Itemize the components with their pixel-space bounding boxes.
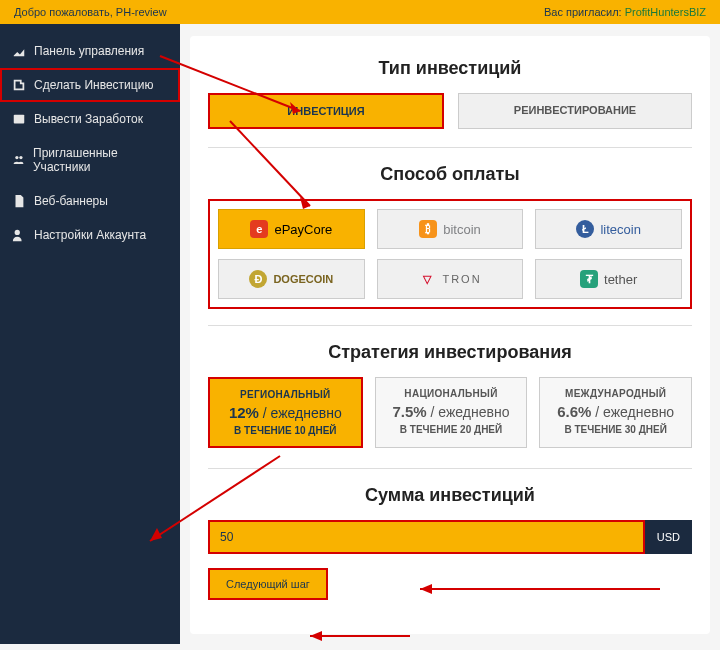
heading-pay-method: Способ оплаты	[208, 164, 692, 185]
tron-icon: ▽	[418, 270, 436, 288]
sidebar-item-referrals[interactable]: Приглашенные Участники	[0, 136, 180, 184]
amount-input[interactable]	[208, 520, 645, 554]
strategy-regional[interactable]: РЕГИОНАЛЬНЫЙ 12% / ежедневно В ТЕЧЕНИЕ 1…	[208, 377, 363, 448]
pay-dogecoin[interactable]: Ð DOGECOIN	[218, 259, 365, 299]
pay-epaycore[interactable]: e ePayCore	[218, 209, 365, 249]
sidebar: Панель управления Сделать Инвестицию Выв…	[0, 24, 180, 644]
sidebar-item-dashboard[interactable]: Панель управления	[0, 34, 180, 68]
heading-strategy: Стратегия инвестирования	[208, 342, 692, 363]
invited-by: Вас пригласил: ProfitHuntersBIZ	[544, 6, 706, 18]
chart-icon	[12, 44, 26, 58]
bitcoin-icon: ₿	[419, 220, 437, 238]
amount-row: USD	[208, 520, 692, 554]
topbar: Добро пожаловать, PH-review Вас пригласи…	[0, 0, 720, 24]
file-icon	[12, 194, 26, 208]
inviter-link[interactable]: ProfitHuntersBIZ	[625, 6, 706, 18]
tab-reinvest[interactable]: РЕИНВЕСТИРОВАНИЕ	[458, 93, 692, 129]
litecoin-icon: Ł	[576, 220, 594, 238]
invest-icon	[12, 78, 26, 92]
welcome-text: Добро пожаловать, PH-review	[14, 6, 167, 18]
tether-icon: ₮	[580, 270, 598, 288]
tab-invest[interactable]: ИНВЕСТИЦИЯ	[208, 93, 444, 129]
dogecoin-icon: Ð	[249, 270, 267, 288]
epaycore-icon: e	[250, 220, 268, 238]
svg-point-3	[15, 230, 20, 235]
svg-point-2	[19, 156, 22, 159]
next-step-button[interactable]: Следующий шаг	[208, 568, 328, 600]
wallet-icon	[12, 112, 26, 126]
annotation-arrow	[300, 626, 420, 646]
heading-amount: Сумма инвестиций	[208, 485, 692, 506]
sidebar-item-invest[interactable]: Сделать Инвестицию	[0, 68, 180, 102]
sidebar-item-banners[interactable]: Веб-баннеры	[0, 184, 180, 218]
users-icon	[12, 153, 25, 167]
divider	[208, 468, 692, 469]
main-panel: Тип инвестиций ИНВЕСТИЦИЯ РЕИНВЕСТИРОВАН…	[190, 36, 710, 634]
user-cog-icon	[12, 228, 26, 242]
pay-tether[interactable]: ₮ tether	[535, 259, 682, 299]
pay-bitcoin[interactable]: ₿ bitcoin	[377, 209, 524, 249]
payment-grid: e ePayCore ₿ bitcoin Ł litecoin Ð DOGECO…	[208, 199, 692, 309]
divider	[208, 147, 692, 148]
pay-litecoin[interactable]: Ł litecoin	[535, 209, 682, 249]
svg-marker-13	[310, 631, 322, 641]
svg-point-1	[15, 156, 18, 159]
svg-rect-0	[14, 115, 25, 124]
sidebar-item-settings[interactable]: Настройки Аккаунта	[0, 218, 180, 252]
heading-invest-type: Тип инвестиций	[208, 58, 692, 79]
strategy-international[interactable]: МЕЖДУНАРОДНЫЙ 6.6% / ежедневно В ТЕЧЕНИЕ…	[539, 377, 692, 448]
svg-marker-11	[420, 584, 432, 594]
pay-tron[interactable]: ▽ TRON	[377, 259, 524, 299]
strategy-national[interactable]: НАЦИОНАЛЬНЫЙ 7.5% / ежедневно В ТЕЧЕНИЕ …	[375, 377, 528, 448]
strategy-row: РЕГИОНАЛЬНЫЙ 12% / ежедневно В ТЕЧЕНИЕ 1…	[208, 377, 692, 448]
currency-label: USD	[645, 520, 692, 554]
sidebar-item-withdraw[interactable]: Вывести Заработок	[0, 102, 180, 136]
divider	[208, 325, 692, 326]
invest-type-tabs: ИНВЕСТИЦИЯ РЕИНВЕСТИРОВАНИЕ	[208, 93, 692, 129]
annotation-arrow	[410, 579, 670, 599]
